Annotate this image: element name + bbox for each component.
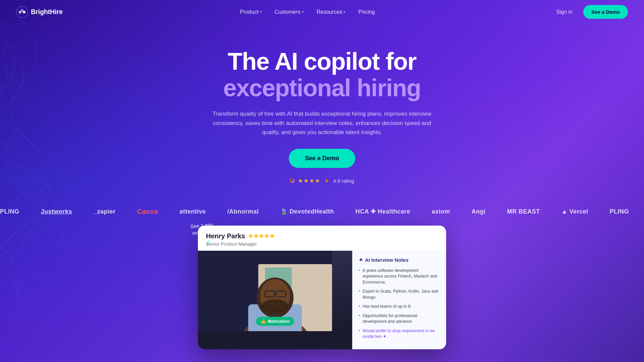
rating-half-star: ★ xyxy=(324,177,330,184)
navbar-logo-area: BrightHire xyxy=(16,6,63,18)
logos-track: PLING Justworks _zapier Canva attentive … xyxy=(0,208,644,216)
note-item-3: Opportunities for professional developme… xyxy=(359,313,440,325)
logo-justworks: Justworks xyxy=(41,208,72,215)
logo-angi: Angi xyxy=(472,208,486,215)
nav-label-customers: Customers xyxy=(275,9,301,15)
rating-stars: ★★★★ xyxy=(298,177,321,184)
notes-panel: ✦ AI Interview Notes 8 years software de… xyxy=(352,251,446,349)
nav-label-resources: Resources xyxy=(317,9,342,15)
note-item-1: Expert in Scala, Python, Kotlin, Java an… xyxy=(359,289,440,300)
note-item-2: Has lead teams of up to 8. xyxy=(359,304,440,310)
arrow-icon: ↓ xyxy=(201,235,216,250)
handwriting-annotation: See 1 minoverview ↓ xyxy=(190,221,215,250)
logo-zapier: _zapier xyxy=(94,208,116,215)
nav-menu: Product ▾ Customers ▾ Resources ▾ Pricin… xyxy=(234,6,380,18)
demo-button-hero[interactable]: See a Demo xyxy=(289,149,355,168)
candidate-rating-stars: ★★★★★ xyxy=(248,232,275,240)
chevron-down-icon: ▾ xyxy=(343,10,345,14)
logo-pling-dup: PLING xyxy=(610,208,629,215)
motivation-tag: 👍 Motivation xyxy=(256,317,294,326)
rating-value: 4.9 rating xyxy=(333,178,354,184)
hero-subtitle: Transform quality of hire with AI that b… xyxy=(208,109,436,137)
candidate-title: Senior Product Manager xyxy=(206,241,438,247)
nav-item-product[interactable]: Product ▾ xyxy=(234,6,267,18)
logo-canva: Canva xyxy=(137,208,158,216)
hero-title-line1: The AI copilot for xyxy=(228,48,416,75)
logo-mrbeast: MR BEAST xyxy=(507,208,540,215)
logo-pling: PLING xyxy=(0,208,19,215)
hero-title: The AI copilot for exceptional hiring xyxy=(16,48,628,101)
handwriting-text: See 1 minoverview xyxy=(190,222,213,236)
nav-item-pricing[interactable]: Pricing xyxy=(353,6,380,18)
preview-section: See 1 minoverview ↓ Henry Parks ★★★★★ Se… xyxy=(0,222,644,349)
sparkle-icon: ✦ xyxy=(359,257,363,263)
hero-section: The AI copilot for exceptional hiring Tr… xyxy=(0,24,644,198)
chevron-down-icon: ▾ xyxy=(302,10,304,14)
logo-attentive: attentive xyxy=(179,208,206,215)
motivation-emoji: 👍 xyxy=(261,319,266,324)
chevron-down-icon: ▾ xyxy=(260,10,262,14)
svg-point-0 xyxy=(16,6,28,18)
nav-label-pricing: Pricing xyxy=(358,9,375,15)
sign-in-button[interactable]: Sign in xyxy=(552,6,577,18)
notes-title-text: AI Interview Notes xyxy=(365,257,409,263)
candidate-name-row: Henry Parks ★★★★★ xyxy=(206,232,438,240)
rating-row: G ★★★★ ★ 4.9 rating xyxy=(16,177,628,184)
nav-item-resources[interactable]: Resources ▾ xyxy=(311,6,351,18)
video-placeholder: 👍 Motivation xyxy=(198,251,352,331)
nav-item-customers[interactable]: Customers ▾ xyxy=(269,6,309,18)
video-panel: 👍 Motivation xyxy=(198,251,352,349)
hero-title-line2: exceptional hiring xyxy=(223,74,421,101)
candidate-card: Henry Parks ★★★★★ Senior Product Manager xyxy=(198,226,446,349)
logo-abnormal: /Abnormal xyxy=(227,208,259,215)
logo-devoted: 🍃 DevotedHealth xyxy=(280,208,334,215)
note-item-0: 8 years software development experience … xyxy=(359,268,440,286)
demo-button-nav[interactable]: See a Demo xyxy=(583,5,628,19)
brand-logo-icon xyxy=(16,6,28,18)
nav-label-product: Product xyxy=(240,9,258,15)
card-header: Henry Parks ★★★★★ Senior Product Manager xyxy=(198,226,446,251)
note-item-4: Would prefer to drop requirement to be o… xyxy=(359,328,440,340)
logos-strip: PLING Justworks _zapier Canva attentive … xyxy=(0,201,644,222)
g-logo: G xyxy=(290,177,294,184)
motivation-label: Motivation xyxy=(268,319,289,324)
navbar-actions: Sign in See a Demo xyxy=(552,5,628,19)
brand-name: BrightHire xyxy=(31,8,63,16)
svg-point-3 xyxy=(21,9,23,12)
logo-hca: HCA ✚ Healthcare xyxy=(356,208,410,215)
svg-point-17 xyxy=(262,299,288,313)
notes-title: ✦ AI Interview Notes xyxy=(359,257,440,263)
logo-axiom: axiom xyxy=(432,208,450,215)
card-body: 👍 Motivation ✦ AI Interview Notes 8 year… xyxy=(198,251,446,349)
logo-vercel: ▲ Vercel xyxy=(561,208,588,215)
navbar: BrightHire Product ▾ Customers ▾ Resourc… xyxy=(0,0,644,24)
